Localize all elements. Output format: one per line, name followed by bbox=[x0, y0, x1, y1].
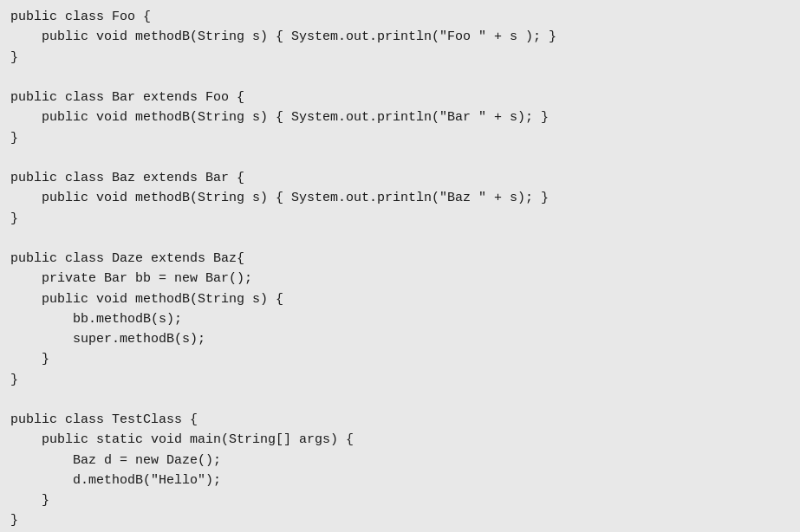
code-line: public class Daze extends Baz{ bbox=[10, 249, 790, 269]
code-viewer: public class Foo { public void methodB(S… bbox=[0, 0, 800, 532]
code-line bbox=[10, 229, 790, 249]
code-line: } bbox=[10, 349, 790, 369]
code-line: Baz d = new Daze(); bbox=[10, 451, 790, 470]
code-line: public class Bar extends Foo { bbox=[10, 88, 790, 107]
code-content: public class Foo { public void methodB(S… bbox=[10, 7, 790, 531]
code-line: d.methodB("Hello"); bbox=[10, 470, 790, 490]
code-line: public void methodB(String s) { System.o… bbox=[10, 188, 790, 208]
code-line: super.methodB(s); bbox=[10, 329, 790, 349]
code-line: public class Baz extends Bar { bbox=[10, 168, 790, 188]
code-line bbox=[10, 148, 790, 168]
code-line: public class Foo { bbox=[10, 7, 790, 27]
code-line: } bbox=[10, 510, 790, 530]
code-line: } bbox=[10, 370, 790, 390]
code-line: } bbox=[10, 209, 790, 229]
code-line bbox=[10, 390, 790, 410]
code-line: bb.methodB(s); bbox=[10, 309, 790, 329]
code-line: public class TestClass { bbox=[10, 410, 790, 430]
code-line: public void methodB(String s) { System.o… bbox=[10, 107, 790, 127]
code-line: } bbox=[10, 490, 790, 510]
code-line: } bbox=[10, 48, 790, 68]
code-line: private Bar bb = new Bar(); bbox=[10, 269, 790, 289]
code-line bbox=[10, 68, 790, 88]
code-line: } bbox=[10, 128, 790, 148]
code-line: public static void main(String[] args) { bbox=[10, 430, 790, 450]
code-line: public void methodB(String s) { bbox=[10, 289, 790, 309]
code-line: public void methodB(String s) { System.o… bbox=[10, 27, 790, 47]
